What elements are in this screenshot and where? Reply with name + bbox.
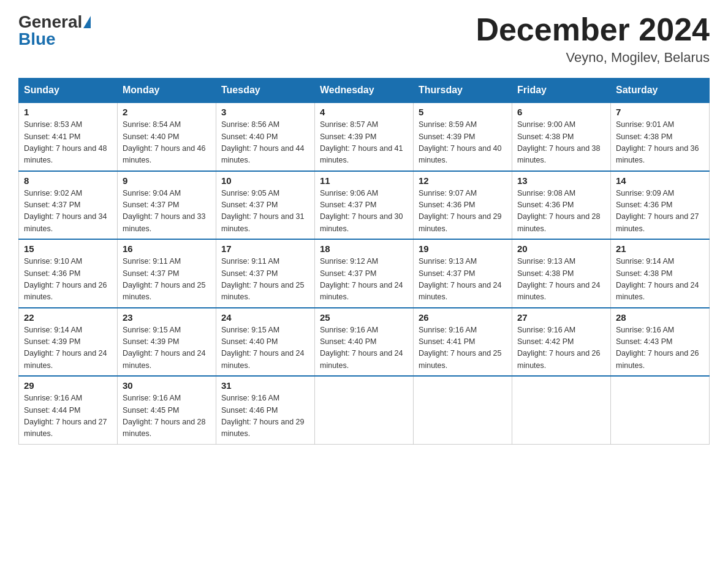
day-number: 28 [616, 312, 704, 323]
page-header: General Blue December 2024 Veyno, Mogile… [18, 12, 710, 66]
calendar-cell: 4Sunrise: 8:57 AMSunset: 4:39 PMDaylight… [315, 102, 414, 171]
day-number: 14 [616, 175, 704, 186]
calendar-cell: 8Sunrise: 9:02 AMSunset: 4:37 PMDaylight… [19, 171, 118, 240]
day-number: 2 [123, 107, 211, 117]
day-number: 30 [123, 380, 211, 391]
calendar-cell: 27Sunrise: 9:16 AMSunset: 4:42 PMDayligh… [512, 308, 611, 377]
day-number: 9 [123, 175, 211, 186]
day-number: 25 [320, 312, 408, 323]
day-info: Sunrise: 9:15 AMSunset: 4:39 PMDaylight:… [123, 326, 206, 370]
day-number: 23 [123, 312, 211, 323]
calendar-cell [315, 376, 414, 444]
day-number: 21 [616, 243, 704, 254]
calendar-cell: 3Sunrise: 8:56 AMSunset: 4:40 PMDaylight… [216, 102, 315, 171]
day-number: 4 [320, 107, 408, 117]
calendar-cell [611, 376, 710, 444]
day-header-thursday: Thursday [414, 79, 512, 103]
day-info: Sunrise: 9:01 AMSunset: 4:38 PMDaylight:… [616, 120, 699, 164]
calendar-cell: 21Sunrise: 9:14 AMSunset: 4:38 PMDayligh… [611, 239, 710, 308]
day-number: 29 [24, 380, 112, 391]
day-header-monday: Monday [118, 79, 216, 103]
day-number: 18 [320, 243, 408, 254]
day-info: Sunrise: 9:11 AMSunset: 4:37 PMDaylight:… [123, 257, 206, 301]
day-info: Sunrise: 8:59 AMSunset: 4:39 PMDaylight:… [419, 120, 502, 164]
calendar-cell: 9Sunrise: 9:04 AMSunset: 4:37 PMDaylight… [118, 171, 216, 240]
day-number: 5 [419, 107, 507, 117]
day-info: Sunrise: 9:16 AMSunset: 4:45 PMDaylight:… [123, 394, 206, 438]
calendar-cell: 30Sunrise: 9:16 AMSunset: 4:45 PMDayligh… [118, 376, 216, 444]
day-info: Sunrise: 9:16 AMSunset: 4:41 PMDaylight:… [419, 326, 502, 370]
day-info: Sunrise: 9:14 AMSunset: 4:38 PMDaylight:… [616, 257, 699, 301]
day-header-wednesday: Wednesday [315, 79, 414, 103]
day-number: 31 [221, 380, 309, 391]
calendar-cell: 17Sunrise: 9:11 AMSunset: 4:37 PMDayligh… [216, 239, 315, 308]
calendar-cell [414, 376, 512, 444]
logo-triangle-icon [83, 16, 91, 28]
week-row-4: 22Sunrise: 9:14 AMSunset: 4:39 PMDayligh… [19, 308, 710, 377]
day-info: Sunrise: 9:06 AMSunset: 4:37 PMDaylight:… [320, 189, 403, 233]
day-info: Sunrise: 9:13 AMSunset: 4:37 PMDaylight:… [419, 257, 502, 301]
calendar-cell: 19Sunrise: 9:13 AMSunset: 4:37 PMDayligh… [414, 239, 512, 308]
day-info: Sunrise: 9:16 AMSunset: 4:46 PMDaylight:… [221, 394, 305, 438]
day-number: 12 [419, 175, 507, 186]
day-info: Sunrise: 9:16 AMSunset: 4:44 PMDaylight:… [24, 394, 107, 438]
location: Veyno, Mogilev, Belarus [476, 50, 710, 66]
day-info: Sunrise: 9:12 AMSunset: 4:37 PMDaylight:… [320, 257, 403, 301]
day-info: Sunrise: 9:14 AMSunset: 4:39 PMDaylight:… [24, 326, 107, 370]
day-number: 16 [123, 243, 211, 254]
calendar-cell: 28Sunrise: 9:16 AMSunset: 4:43 PMDayligh… [611, 308, 710, 377]
day-header-sunday: Sunday [19, 79, 118, 103]
day-info: Sunrise: 8:56 AMSunset: 4:40 PMDaylight:… [221, 120, 305, 164]
day-info: Sunrise: 8:54 AMSunset: 4:40 PMDaylight:… [123, 120, 206, 164]
day-info: Sunrise: 9:09 AMSunset: 4:36 PMDaylight:… [616, 189, 699, 233]
calendar-cell: 14Sunrise: 9:09 AMSunset: 4:36 PMDayligh… [611, 171, 710, 240]
day-header-friday: Friday [512, 79, 611, 103]
day-number: 15 [24, 243, 112, 254]
calendar-cell: 16Sunrise: 9:11 AMSunset: 4:37 PMDayligh… [118, 239, 216, 308]
day-info: Sunrise: 8:53 AMSunset: 4:41 PMDaylight:… [24, 120, 107, 164]
calendar-cell [512, 376, 611, 444]
day-info: Sunrise: 9:16 AMSunset: 4:42 PMDaylight:… [517, 326, 601, 370]
week-row-5: 29Sunrise: 9:16 AMSunset: 4:44 PMDayligh… [19, 376, 710, 444]
calendar-cell: 23Sunrise: 9:15 AMSunset: 4:39 PMDayligh… [118, 308, 216, 377]
day-number: 22 [24, 312, 112, 323]
day-info: Sunrise: 9:04 AMSunset: 4:37 PMDaylight:… [123, 189, 206, 233]
day-number: 1 [24, 107, 112, 117]
calendar-cell: 26Sunrise: 9:16 AMSunset: 4:41 PMDayligh… [414, 308, 512, 377]
week-row-2: 8Sunrise: 9:02 AMSunset: 4:37 PMDaylight… [19, 171, 710, 240]
calendar-cell: 24Sunrise: 9:15 AMSunset: 4:40 PMDayligh… [216, 308, 315, 377]
days-header-row: SundayMondayTuesdayWednesdayThursdayFrid… [19, 79, 710, 103]
day-info: Sunrise: 9:11 AMSunset: 4:37 PMDaylight:… [221, 257, 305, 301]
day-info: Sunrise: 9:16 AMSunset: 4:43 PMDaylight:… [616, 326, 699, 370]
calendar-cell: 10Sunrise: 9:05 AMSunset: 4:37 PMDayligh… [216, 171, 315, 240]
day-info: Sunrise: 9:08 AMSunset: 4:36 PMDaylight:… [517, 189, 601, 233]
day-number: 7 [616, 107, 704, 117]
day-info: Sunrise: 9:00 AMSunset: 4:38 PMDaylight:… [517, 120, 601, 164]
calendar-cell: 20Sunrise: 9:13 AMSunset: 4:38 PMDayligh… [512, 239, 611, 308]
calendar-cell: 18Sunrise: 9:12 AMSunset: 4:37 PMDayligh… [315, 239, 414, 308]
calendar-cell: 25Sunrise: 9:16 AMSunset: 4:40 PMDayligh… [315, 308, 414, 377]
day-number: 19 [419, 243, 507, 254]
day-info: Sunrise: 9:07 AMSunset: 4:36 PMDaylight:… [419, 189, 502, 233]
day-number: 13 [517, 175, 605, 186]
calendar-cell: 12Sunrise: 9:07 AMSunset: 4:36 PMDayligh… [414, 171, 512, 240]
month-title: December 2024 [476, 12, 710, 47]
calendar-cell: 5Sunrise: 8:59 AMSunset: 4:39 PMDaylight… [414, 102, 512, 171]
day-info: Sunrise: 9:05 AMSunset: 4:37 PMDaylight:… [221, 189, 305, 233]
logo: General Blue [18, 12, 92, 49]
calendar-cell: 7Sunrise: 9:01 AMSunset: 4:38 PMDaylight… [611, 102, 710, 171]
day-number: 27 [517, 312, 605, 323]
calendar-cell: 22Sunrise: 9:14 AMSunset: 4:39 PMDayligh… [19, 308, 118, 377]
week-row-1: 1Sunrise: 8:53 AMSunset: 4:41 PMDaylight… [19, 102, 710, 171]
day-number: 6 [517, 107, 605, 117]
calendar-cell: 6Sunrise: 9:00 AMSunset: 4:38 PMDaylight… [512, 102, 611, 171]
day-number: 24 [221, 312, 309, 323]
calendar-cell: 29Sunrise: 9:16 AMSunset: 4:44 PMDayligh… [19, 376, 118, 444]
day-number: 26 [419, 312, 507, 323]
title-area: December 2024 Veyno, Mogilev, Belarus [476, 12, 710, 66]
day-number: 11 [320, 175, 408, 186]
calendar-cell: 15Sunrise: 9:10 AMSunset: 4:36 PMDayligh… [19, 239, 118, 308]
logo-blue-text: Blue [18, 29, 56, 49]
day-header-tuesday: Tuesday [216, 79, 315, 103]
day-number: 8 [24, 175, 112, 186]
